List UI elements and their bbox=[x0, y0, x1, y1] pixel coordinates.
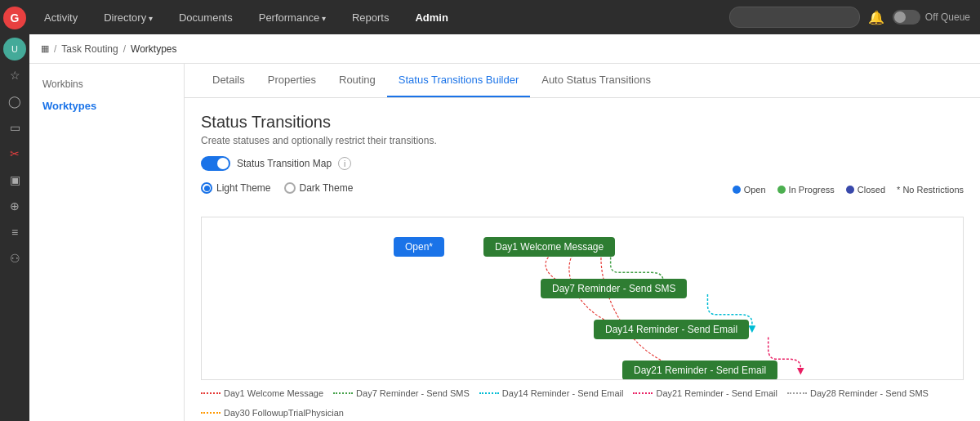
section-desc: Create statuses and optionally restrict … bbox=[201, 135, 964, 146]
diag-legend-day30: Day30 FollowupTrialPhysician bbox=[201, 408, 344, 418]
legend-closed-label: Closed bbox=[858, 185, 885, 195]
breadcrumb-task-routing[interactable]: Task Routing bbox=[61, 43, 118, 55]
nav-admin[interactable]: Admin bbox=[410, 8, 452, 27]
legend-row: Open In Progress Closed * No Restriction… bbox=[733, 185, 964, 195]
sidebar: Workbins Worktypes bbox=[29, 64, 185, 421]
diag-legend-day28: Day28 Reminder - Send SMS bbox=[787, 388, 929, 398]
radio-circle-light bbox=[201, 182, 212, 194]
radio-circle-dark bbox=[284, 182, 296, 194]
stm-toggle-row: Status Transition Map i bbox=[201, 156, 964, 171]
sidebar-item-worktypes[interactable]: Worktypes bbox=[29, 95, 184, 117]
diag-legend-day14: Day14 Reminder - Send Email bbox=[479, 388, 624, 398]
bell-icon[interactable]: 🔔 bbox=[868, 10, 884, 25]
star-icon[interactable]: ☆ bbox=[3, 64, 26, 87]
diag-label-day30: Day30 FollowupTrialPhysician bbox=[224, 408, 344, 418]
diag-legend-day7: Day7 Reminder - Send SMS bbox=[333, 388, 470, 398]
content-layout: Workbins Worktypes Details Properties Ro… bbox=[29, 64, 980, 421]
message-icon[interactable]: ▣ bbox=[3, 168, 26, 191]
chat-icon[interactable]: ◯ bbox=[3, 90, 26, 113]
legend-closed: Closed bbox=[846, 185, 885, 195]
queue-toggle[interactable] bbox=[893, 10, 920, 25]
tab-routing[interactable]: Routing bbox=[327, 64, 387, 97]
stm-toggle-knob bbox=[217, 158, 229, 169]
breadcrumb-worktypes[interactable]: Worktypes bbox=[131, 43, 176, 55]
diagram-legend: Day1 Welcome Message Day7 Reminder - Sen… bbox=[201, 388, 964, 418]
legend-dot-closed bbox=[846, 186, 854, 194]
header-right: 🔔 Off Queue bbox=[729, 7, 970, 28]
top-header: Activity Directory Documents Performance… bbox=[29, 0, 980, 34]
main-panel: Details Properties Routing Status Transi… bbox=[185, 64, 980, 421]
people-icon[interactable]: ⚇ bbox=[3, 247, 26, 270]
diagram-wrapper: Open* Day1 Welcome Message Day7 Reminder… bbox=[185, 217, 980, 421]
dark-theme-label: Dark Theme bbox=[300, 182, 354, 194]
diag-label-day21: Day21 Reminder - Send Email bbox=[656, 388, 777, 398]
globe-icon[interactable]: ⊕ bbox=[3, 195, 26, 217]
tab-details[interactable]: Details bbox=[201, 64, 256, 97]
off-queue-label: Off Queue bbox=[925, 11, 970, 23]
legend-dot-open bbox=[733, 186, 741, 194]
breadcrumb-sep-2: / bbox=[123, 43, 126, 55]
legend-no-restrictions: * No Restrictions bbox=[897, 185, 964, 195]
node-day21-reminder[interactable]: Day21 Reminder - Send Email bbox=[622, 361, 777, 380]
info-icon[interactable]: i bbox=[338, 157, 351, 170]
light-theme-radio[interactable]: Light Theme bbox=[201, 182, 271, 194]
nav-activity[interactable]: Activity bbox=[39, 8, 82, 27]
tab-auto-status-transitions[interactable]: Auto Status Transitions bbox=[530, 64, 662, 97]
diag-line-day28 bbox=[787, 392, 807, 394]
diag-line-day14 bbox=[479, 392, 499, 394]
document-icon[interactable]: ▭ bbox=[3, 116, 26, 139]
stm-label: Status Transition Map bbox=[237, 158, 332, 169]
stm-toggle-switch[interactable] bbox=[201, 156, 230, 171]
node-open[interactable]: Open* bbox=[394, 237, 444, 257]
queue-toggle-area: Off Queue bbox=[893, 10, 970, 25]
nav-performance[interactable]: Performance bbox=[254, 8, 331, 27]
diag-legend-day21: Day21 Reminder - Send Email bbox=[633, 388, 777, 398]
legend-in-progress: In Progress bbox=[777, 185, 835, 195]
diag-line-day1 bbox=[201, 392, 220, 394]
search-input[interactable] bbox=[729, 7, 860, 28]
tab-status-transitions-builder[interactable]: Status Transitions Builder bbox=[387, 64, 530, 97]
diagram-container[interactable]: Open* Day1 Welcome Message Day7 Reminder… bbox=[201, 217, 964, 380]
diag-line-day7 bbox=[333, 392, 353, 394]
legend-dot-in-progress bbox=[777, 186, 786, 194]
app-logo[interactable]: G bbox=[3, 7, 26, 29]
dark-theme-radio[interactable]: Dark Theme bbox=[284, 182, 354, 194]
diag-line-day30 bbox=[201, 412, 220, 414]
legend-open-label: Open bbox=[744, 185, 766, 195]
nav-reports[interactable]: Reports bbox=[347, 8, 394, 27]
toggle-knob bbox=[894, 11, 906, 23]
diag-label-day28: Day28 Reminder - Send SMS bbox=[810, 388, 929, 398]
nav-directory[interactable]: Directory bbox=[99, 8, 158, 27]
breadcrumb-home-icon: ▦ bbox=[41, 43, 49, 54]
radio-dot-light bbox=[204, 186, 210, 191]
diag-line-day21 bbox=[633, 392, 653, 394]
node-day14-reminder[interactable]: Day14 Reminder - Send Email bbox=[594, 320, 749, 339]
main-area: Activity Directory Documents Performance… bbox=[29, 0, 980, 421]
nav-documents[interactable]: Documents bbox=[174, 8, 238, 27]
left-nav-bar: G U ☆ ◯ ▭ ✂ ▣ ⊕ ≡ ⚇ bbox=[0, 0, 29, 421]
legend-open: Open bbox=[733, 185, 766, 195]
user-avatar-icon[interactable]: U bbox=[3, 38, 26, 60]
legend-no-restrictions-label: * No Restrictions bbox=[897, 185, 964, 195]
section-title: Status Transitions bbox=[201, 113, 964, 132]
breadcrumb-sep-1: / bbox=[54, 43, 56, 55]
diag-label-day7: Day7 Reminder - Send SMS bbox=[356, 388, 470, 398]
tab-properties[interactable]: Properties bbox=[256, 64, 327, 97]
diag-legend-day1: Day1 Welcome Message bbox=[201, 388, 323, 398]
breadcrumb-bar: ▦ / Task Routing / Worktypes bbox=[29, 34, 980, 64]
node-day7-reminder[interactable]: Day7 Reminder - Send SMS bbox=[541, 279, 687, 298]
diag-label-day1: Day1 Welcome Message bbox=[224, 388, 323, 398]
scissors-icon[interactable]: ✂ bbox=[3, 142, 26, 165]
node-day1-welcome[interactable]: Day1 Welcome Message bbox=[483, 237, 615, 257]
logo-text: G bbox=[11, 11, 20, 25]
content-area: Status Transitions Create statuses and o… bbox=[185, 98, 980, 217]
theme-row: Light Theme Dark Theme bbox=[201, 182, 353, 194]
diag-label-day14: Day14 Reminder - Send Email bbox=[502, 388, 624, 398]
list-icon[interactable]: ≡ bbox=[3, 221, 26, 244]
sidebar-section-workbins: Workbins bbox=[29, 74, 184, 95]
tab-bar: Details Properties Routing Status Transi… bbox=[185, 64, 980, 98]
legend-in-progress-label: In Progress bbox=[789, 185, 835, 195]
light-theme-label: Light Theme bbox=[216, 182, 271, 194]
